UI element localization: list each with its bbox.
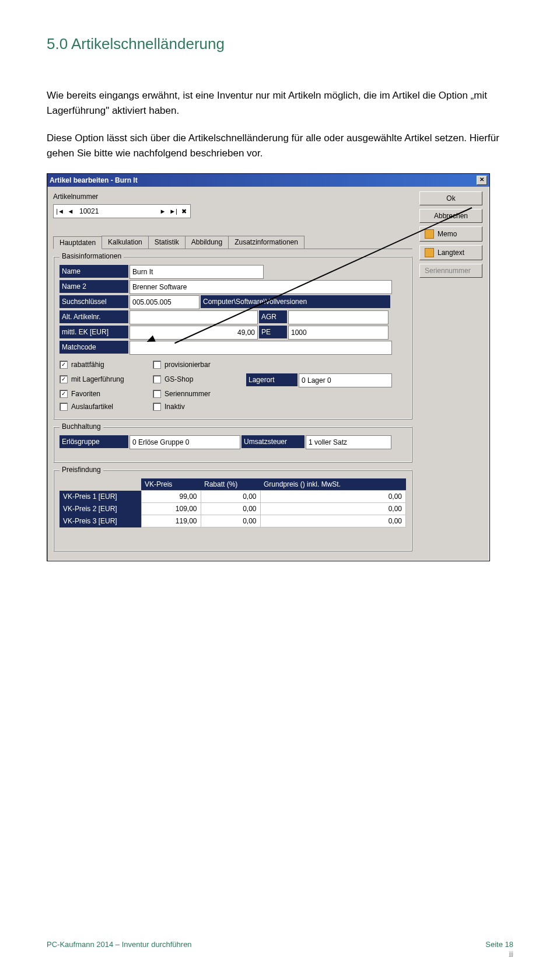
- col-grundpreis: Grundpreis () inkl. MwSt.: [260, 478, 406, 491]
- lagerort-label: Lagerort: [246, 373, 298, 386]
- match-label: Matchcode: [60, 341, 128, 354]
- such-label: Suchschlüssel: [60, 295, 128, 308]
- paragraph-2: Diese Option lässt sich über die Artikel…: [47, 131, 513, 160]
- such-path: Computer\Software\Vollversionen: [201, 295, 390, 308]
- ust-label: Umsatzsteuer: [242, 435, 304, 448]
- ok-button[interactable]: Ok: [419, 191, 482, 205]
- legend-preisfindung: Preisfindung: [60, 466, 103, 474]
- close-icon[interactable]: ✕: [477, 176, 487, 185]
- fieldset-basisinformationen: Basisinformationen Name Burn It Name 2 B…: [53, 256, 412, 420]
- such-input[interactable]: 005.005.005: [130, 295, 200, 309]
- erlos-input[interactable]: 0 Erlöse Gruppe 0: [130, 435, 240, 449]
- row3-gp[interactable]: 0,00: [260, 515, 406, 527]
- tab-zusatzinformationen[interactable]: Zusatzinformationen: [228, 236, 304, 249]
- article-number-value: 10021: [76, 207, 158, 215]
- match-input[interactable]: [130, 341, 392, 355]
- dialog-window: Artikel bearbeiten - Burn It ✕ Artikelnu…: [47, 173, 490, 561]
- footer-sub: jjj: [509, 950, 513, 957]
- footer-left: PC-Kaufmann 2014 – Inventur durchführen: [47, 940, 192, 957]
- price-table: VK-Preis Rabatt (%) Grundpreis () inkl. …: [60, 478, 406, 527]
- row1-vk[interactable]: 99,00: [141, 491, 201, 503]
- record-navigator[interactable]: |◄ ◄ 10021 ► ►| ✖: [53, 204, 191, 218]
- ek-label: mittl. EK [EUR]: [60, 326, 128, 338]
- erlos-label: Erlösgruppe: [60, 435, 128, 448]
- fieldset-buchhaltung: Buchhaltung Erlösgruppe 0 Erlöse Gruppe …: [53, 427, 412, 463]
- memo-button[interactable]: Memo: [419, 226, 482, 242]
- tab-bar: Hauptdaten Kalkulation Statistik Abbildu…: [53, 236, 412, 249]
- delete-record-icon[interactable]: ✖: [178, 206, 189, 216]
- row2-rab[interactable]: 0,00: [201, 503, 260, 515]
- tab-abbildung[interactable]: Abbildung: [185, 236, 229, 249]
- tab-statistik[interactable]: Statistik: [148, 236, 186, 249]
- alt-input[interactable]: [130, 310, 258, 324]
- legend-buchhaltung: Buchhaltung: [60, 422, 103, 431]
- row3-rab[interactable]: 0,00: [201, 515, 260, 527]
- paragraph-1: Wie bereits eingangs erwähnt, ist eine I…: [47, 88, 513, 118]
- checkbox-inaktiv[interactable]: Inaktiv: [153, 403, 246, 411]
- pe-label: PE: [259, 326, 287, 338]
- agr-input[interactable]: [288, 310, 388, 324]
- row3-vk[interactable]: 119,00: [141, 515, 201, 527]
- name-input[interactable]: Burn It: [130, 265, 264, 279]
- title-bar: Artikel bearbeiten - Burn It ✕: [47, 174, 489, 187]
- checkbox-provisionierbar[interactable]: provisionierbar: [153, 361, 246, 369]
- col-vkpreis: VK-Preis: [141, 478, 201, 491]
- alt-label: Alt. Artikelnr.: [60, 310, 128, 323]
- row1-rab[interactable]: 0,00: [201, 491, 260, 503]
- row3-label: VK-Preis 3 [EUR]: [60, 515, 141, 527]
- window-title: Artikel bearbeiten - Burn It: [50, 176, 138, 184]
- pe-input[interactable]: 1000: [288, 326, 388, 340]
- langtext-icon: [425, 248, 434, 257]
- ust-input[interactable]: 1 voller Satz: [306, 435, 391, 449]
- row2-label: VK-Preis 2 [EUR]: [60, 503, 141, 515]
- row1-gp[interactable]: 0,00: [260, 491, 406, 503]
- next-record-icon[interactable]: ►: [158, 206, 168, 216]
- fieldset-preisfindung: Preisfindung VK-Preis Rabatt (%) Grundpr…: [53, 470, 412, 551]
- legend-basis: Basisinformationen: [60, 252, 124, 260]
- checkbox-favoriten[interactable]: Favoriten: [60, 390, 153, 398]
- name2-input[interactable]: Brenner Software: [130, 280, 392, 294]
- table-row: VK-Preis 3 [EUR] 119,00 0,00 0,00: [60, 515, 406, 527]
- col-rabatt: Rabatt (%): [201, 478, 260, 491]
- checkbox-rabattfaehig[interactable]: rabattfähig: [60, 361, 153, 369]
- langtext-button[interactable]: Langtext: [419, 245, 482, 260]
- section-heading: 5.0 Artikelschnelländerung: [47, 35, 513, 53]
- checkbox-mit-lagerfuehrung[interactable]: mit Lagerführung: [60, 373, 153, 385]
- row1-label: VK-Preis 1 [EUR]: [60, 491, 141, 503]
- table-row: VK-Preis 2 [EUR] 109,00 0,00 0,00: [60, 503, 406, 515]
- lagerort-input[interactable]: 0 Lager 0: [299, 373, 392, 387]
- footer-page: Seite 18: [485, 940, 513, 949]
- seriennummer-button[interactable]: Seriennummer: [419, 264, 482, 278]
- tab-hauptdaten[interactable]: Hauptdaten: [53, 236, 102, 249]
- name2-label: Name 2: [60, 280, 128, 293]
- page-footer: PC-Kaufmann 2014 – Inventur durchführen …: [47, 940, 513, 957]
- name-label: Name: [60, 265, 128, 278]
- table-row: VK-Preis 1 [EUR] 99,00 0,00 0,00: [60, 491, 406, 503]
- agr-label: AGR: [259, 310, 287, 323]
- row2-gp[interactable]: 0,00: [260, 503, 406, 515]
- first-record-icon[interactable]: |◄: [55, 206, 65, 216]
- checkbox-auslaufartikel[interactable]: Auslaufartikel: [60, 403, 153, 411]
- prev-record-icon[interactable]: ◄: [65, 206, 76, 216]
- memo-icon: [425, 229, 434, 239]
- last-record-icon[interactable]: ►|: [168, 206, 178, 216]
- tab-kalkulation[interactable]: Kalkulation: [102, 236, 149, 249]
- checkbox-gs-shop[interactable]: GS-Shop: [153, 373, 246, 385]
- checkbox-seriennummer[interactable]: Seriennummer: [153, 390, 246, 398]
- table-header-row: VK-Preis Rabatt (%) Grundpreis () inkl. …: [60, 478, 406, 491]
- row2-vk[interactable]: 109,00: [141, 503, 201, 515]
